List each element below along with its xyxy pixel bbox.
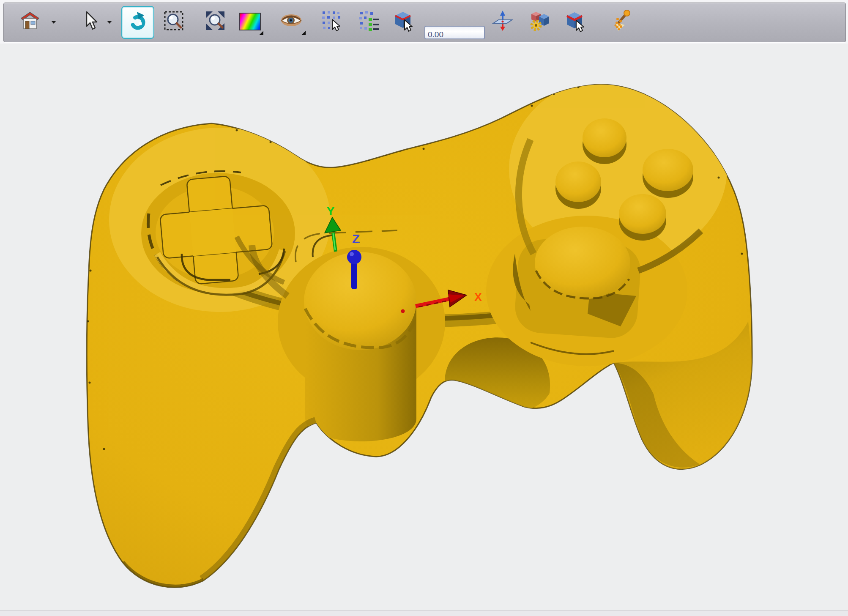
left-stick-dome [304,252,416,350]
gamepad-mesh [87,75,752,587]
x-axis-label: X [474,291,482,304]
model-scene[interactable]: Y Z X [0,0,848,616]
application-window: Y Z X [0,0,848,616]
z-axis-ball [347,250,361,264]
z-axis-shaft [351,261,357,289]
y-axis-label: Y [326,204,335,218]
z-axis-label: Z [352,232,360,246]
